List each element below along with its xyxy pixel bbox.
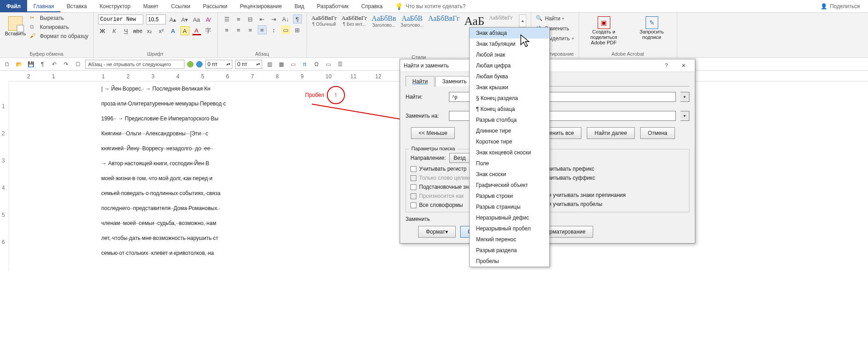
multilevel[interactable]: ⊟: [246, 14, 255, 24]
align-justify[interactable]: ≡: [258, 25, 267, 34]
more[interactable]: ☰: [335, 60, 344, 69]
enclose-chars[interactable]: 字: [204, 26, 213, 35]
find-dropdown[interactable]: ▾: [680, 92, 689, 102]
omega[interactable]: Ω: [312, 60, 321, 69]
cols2[interactable]: ▦: [277, 60, 286, 69]
menu-item[interactable]: Поле: [470, 158, 549, 169]
ruler-toggle[interactable]: ▭: [288, 60, 297, 69]
find-button[interactable]: 🔍Найти ▾: [536, 14, 574, 23]
menu-item[interactable]: Знак сноски: [470, 169, 549, 180]
spacing-after[interactable]: 0 пт▴▾: [235, 60, 262, 69]
menu-item[interactable]: Разрыв столбца: [470, 115, 549, 125]
share-button[interactable]: 👤Поделиться: [812, 0, 868, 12]
create-pdf[interactable]: ▣ Создать и поделиться Adobe PDF: [584, 14, 624, 45]
bullets[interactable]: ☰: [222, 14, 231, 24]
text-effects[interactable]: A: [169, 26, 178, 35]
underline[interactable]: Ч: [122, 26, 131, 35]
paste-button[interactable]: Вставить: [5, 14, 26, 40]
strikethrough[interactable]: abc: [133, 26, 142, 35]
find-next[interactable]: Найти далее: [587, 127, 635, 139]
tell-me[interactable]: 💡Что вы хотите сделать?: [389, 0, 472, 12]
shrink-font[interactable]: A▾: [180, 15, 189, 24]
menu-item[interactable]: Графический объект: [470, 180, 549, 191]
line-spacing[interactable]: ↕: [269, 25, 278, 34]
status-dot-green[interactable]: [187, 61, 193, 67]
style-item[interactable]: АаБбВвГг¶ Без инт...: [341, 14, 367, 27]
close-button[interactable]: ✕: [676, 61, 691, 71]
format-painter[interactable]: 🖌Формат по образцу: [30, 33, 89, 40]
qa-pilcrow[interactable]: ¶: [38, 60, 47, 69]
grow-font[interactable]: A▴: [169, 15, 178, 24]
tab-replace[interactable]: Заменить: [435, 76, 473, 86]
paragraph-option[interactable]: Абзац - не отрывать от следующего: [85, 60, 184, 69]
clear-format[interactable]: A⁄: [204, 15, 213, 24]
align-left[interactable]: ≡: [222, 25, 231, 34]
superscript[interactable]: x²: [157, 26, 166, 35]
request-signatures[interactable]: ✎ Запросить подписи: [632, 14, 672, 40]
help-button[interactable]: ?: [659, 61, 674, 71]
tab-home[interactable]: Главная: [27, 0, 61, 12]
less-button[interactable]: << Меньше: [411, 127, 455, 139]
copy-button[interactable]: ⧉Копировать: [30, 24, 89, 31]
style-item[interactable]: АаБ: [464, 14, 485, 28]
menu-item[interactable]: Неразрывный пробел: [470, 223, 549, 234]
menu-item[interactable]: Любая цифра: [470, 60, 549, 71]
opt-match-case[interactable]: Учитывать регистр: [410, 166, 477, 172]
highlight[interactable]: A: [180, 26, 189, 35]
style-item[interactable]: АаБбВЗаголово...: [401, 14, 424, 28]
direction-select[interactable]: Везд: [449, 153, 470, 163]
open[interactable]: 📂: [14, 60, 24, 69]
align-right[interactable]: ≡: [246, 25, 255, 34]
opt-word-forms[interactable]: Все словоформы: [410, 202, 477, 208]
decrease-indent[interactable]: ⇤: [258, 14, 267, 24]
menu-item[interactable]: Мягкий перенос: [470, 234, 549, 245]
cols[interactable]: ▥: [265, 60, 274, 69]
cancel-button[interactable]: Отмена: [640, 127, 675, 139]
vertical-ruler[interactable]: 123456: [0, 81, 9, 271]
replace-dropdown[interactable]: ▾: [680, 111, 689, 121]
sort[interactable]: A↓: [281, 14, 290, 24]
numbering[interactable]: ≡: [234, 14, 243, 24]
show-marks[interactable]: ¶: [293, 14, 302, 24]
menu-item[interactable]: Неразрывный дефис: [470, 212, 549, 223]
subscript[interactable]: x₂: [145, 26, 154, 35]
menu-item[interactable]: Пробелы: [470, 256, 549, 267]
menu-item[interactable]: Знак табуляции: [470, 38, 549, 49]
save[interactable]: 💾: [26, 60, 35, 69]
menu-item[interactable]: Разрыв раздела: [470, 245, 549, 256]
menu-item[interactable]: Знак концевой сноски: [470, 147, 549, 158]
font-name-input[interactable]: [98, 14, 143, 24]
cut-button[interactable]: ✂Вырезать: [30, 14, 89, 22]
pi[interactable]: π: [300, 60, 309, 69]
opt-wildcards[interactable]: Подстановочные знаки: [410, 184, 477, 190]
style-item[interactable]: АаБбВвГг: [489, 14, 513, 21]
tab-insert[interactable]: Вставка: [61, 0, 94, 12]
menu-item[interactable]: Разрыв строки: [470, 191, 549, 201]
shading[interactable]: ▭: [281, 25, 290, 34]
style-item[interactable]: АаБбВвГг: [428, 14, 460, 23]
font-color[interactable]: A: [192, 26, 201, 35]
menu-item[interactable]: Любая буква: [470, 71, 549, 82]
menu-item[interactable]: § Конец раздела: [470, 93, 549, 104]
redo[interactable]: ↷: [61, 60, 71, 69]
menu-item[interactable]: Короткое тире: [470, 136, 549, 147]
format-button[interactable]: Формат ▾: [418, 226, 456, 238]
status-dot-blue[interactable]: [196, 61, 203, 67]
menu-item[interactable]: Знак крышки: [470, 82, 549, 93]
checkbox-icon[interactable]: ☐: [73, 60, 82, 69]
font-size-input[interactable]: [146, 14, 166, 24]
menu-item[interactable]: ¶ Конец абзаца: [470, 104, 549, 115]
styles-up[interactable]: ▲: [519, 14, 526, 27]
page-setup[interactable]: ▭: [324, 60, 333, 69]
menu-item[interactable]: Знак абзаца: [470, 28, 549, 38]
tab-file[interactable]: Файл: [0, 0, 27, 12]
borders[interactable]: ⊞: [293, 25, 302, 34]
style-item[interactable]: АаБбВвГг¶ Обычный: [311, 14, 337, 27]
spacing-before[interactable]: 0 пт▴▾: [205, 60, 232, 69]
align-center[interactable]: ≡: [234, 25, 243, 34]
tab-design[interactable]: Конструктор: [93, 0, 137, 12]
tab-find[interactable]: Найти: [406, 76, 434, 86]
change-case[interactable]: Aa: [192, 15, 201, 24]
menu-item[interactable]: Разрыв страницы: [470, 201, 549, 212]
tab-developer[interactable]: Разработчик: [311, 0, 355, 12]
